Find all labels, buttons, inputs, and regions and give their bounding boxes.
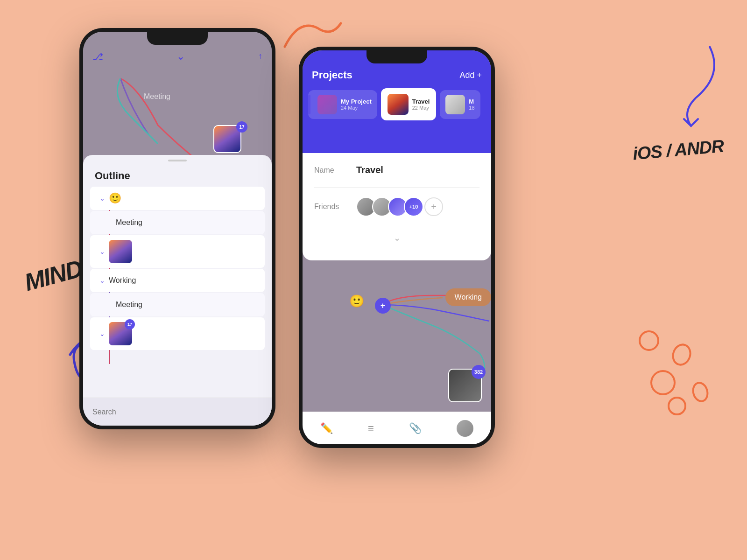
phone2-frame: Projects Add + My Project 24 May xyxy=(299,47,495,448)
chevron-icon-4[interactable]: ⌄ xyxy=(99,330,105,337)
chevron-icon-3[interactable]: ⌄ xyxy=(99,277,105,284)
other-date: 18 xyxy=(469,105,474,111)
outline-image-thumb xyxy=(109,240,132,263)
outline-row-working[interactable]: ⌄ Working xyxy=(90,269,265,292)
other-title: M xyxy=(469,98,474,105)
myproject-title: My Project xyxy=(341,98,372,105)
detail-divider xyxy=(314,187,479,188)
phone2-header: Projects Add + My Project 24 May xyxy=(303,50,491,153)
phone1-photo-badge: 17 xyxy=(236,121,247,133)
travel-date: 22 May xyxy=(412,105,430,111)
name-value[interactable]: Travel xyxy=(356,165,383,175)
git-icon[interactable]: ⎇ xyxy=(92,51,103,62)
project-card-travel[interactable]: Travel 22 May xyxy=(381,88,437,120)
outline-row-meeting1[interactable]: Meeting xyxy=(90,211,265,234)
phone2-emoji-node: 🙂 xyxy=(349,294,364,308)
project-card-myproject[interactable]: My Project 24 May xyxy=(308,90,377,119)
outline-meeting-text: Meeting xyxy=(116,218,142,227)
phone2-screen: Projects Add + My Project 24 May xyxy=(303,50,491,444)
outline-working-text: Working xyxy=(109,276,136,285)
myproject-date: 24 May xyxy=(341,105,372,111)
phone2-photo-badge: 382 xyxy=(472,365,486,379)
friends-avatars: +10 + xyxy=(356,197,443,217)
phone1-photo-node[interactable]: 17 xyxy=(213,125,244,155)
phone2-detail-panel: Name Travel Friends +10 + ⌄ xyxy=(303,153,491,260)
phone2-tabbar: ✏️ ≡ 📎 xyxy=(303,412,491,444)
add-friend-button[interactable]: + xyxy=(424,197,443,216)
share-icon[interactable]: ↑ xyxy=(258,51,262,61)
outline-row-meeting2[interactable]: Meeting xyxy=(90,293,265,316)
phone1-meeting-label: Meeting xyxy=(144,92,170,101)
detail-chevron[interactable]: ⌄ xyxy=(314,228,479,245)
detail-name-row: Name Travel xyxy=(314,165,479,175)
phone2-mindmap: 🙂 + Working 382 xyxy=(303,260,491,412)
other-img xyxy=(445,95,465,114)
tab-clip-icon[interactable]: 📎 xyxy=(409,422,422,434)
projects-title: Projects xyxy=(312,69,352,81)
outline-row-emoji[interactable]: ⌄ 🙂 xyxy=(90,187,265,210)
travel-title: Travel xyxy=(412,98,430,105)
phone2-photo-node[interactable]: 382 xyxy=(448,369,482,402)
chevron-down-icon[interactable]: ⌄ xyxy=(176,50,185,63)
tab-menu-icon[interactable]: ≡ xyxy=(368,422,374,434)
friends-label: Friends xyxy=(314,203,356,211)
phone2-header-bar: Projects Add + xyxy=(303,67,491,88)
outline-meeting2-text: Meeting xyxy=(116,301,142,309)
detail-friends-row: Friends +10 + xyxy=(314,197,479,217)
phone1-inner: ⎇ ⌄ ↑ Meeting xyxy=(83,32,272,426)
phone2-plus-node[interactable]: + xyxy=(375,298,391,314)
chevron-icon-1[interactable]: ⌄ xyxy=(99,195,105,202)
search-input[interactable] xyxy=(92,408,262,416)
avatar-plus[interactable]: +10 xyxy=(404,197,423,217)
tab-avatar[interactable] xyxy=(457,420,473,437)
tab-pencil-icon[interactable]: ✏️ xyxy=(320,422,333,434)
outline-image-badge-wrap: 17 xyxy=(109,322,132,345)
phone1-notch xyxy=(147,32,208,45)
phone1-outline-panel: Outline xyxy=(83,155,272,426)
myproject-stripe xyxy=(308,95,310,114)
name-label: Name xyxy=(314,166,356,175)
phone1-frame: ⎇ ⌄ ↑ Meeting xyxy=(79,28,275,429)
plus-icon: + xyxy=(381,301,386,311)
chevron-icon-2[interactable]: ⌄ xyxy=(99,248,105,255)
phone2-working-node[interactable]: Working xyxy=(445,288,491,306)
travel-img xyxy=(388,94,409,115)
outline-emoji: 🙂 xyxy=(109,192,121,204)
outline-image-badge: 17 xyxy=(125,319,135,329)
phone1-outline-title: Outline xyxy=(83,161,272,187)
phone2-inner: Projects Add + My Project 24 May xyxy=(303,50,491,444)
outline-row-image[interactable]: ⌄ xyxy=(90,235,265,268)
phone1-search-bar xyxy=(83,398,272,426)
phone2-notch xyxy=(366,50,427,63)
phone2-cards-row: My Project 24 May Travel 22 May xyxy=(303,88,491,120)
phone1-screen: ⎇ ⌄ ↑ Meeting xyxy=(83,32,272,426)
project-card-other[interactable]: M 18 xyxy=(440,90,480,119)
add-button[interactable]: Add + xyxy=(459,70,482,80)
myproject-img xyxy=(317,95,337,114)
outline-row-image-badge[interactable]: ⌄ 17 xyxy=(90,317,265,350)
